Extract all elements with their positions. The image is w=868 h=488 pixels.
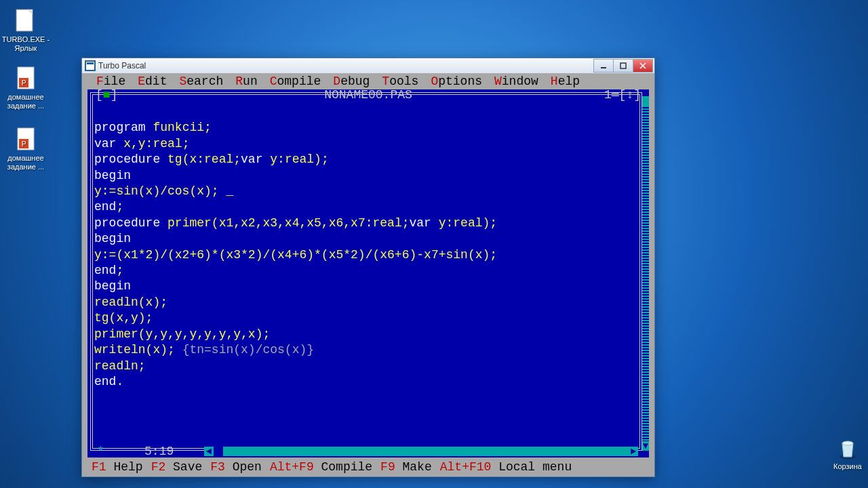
svg-rect-0: [16, 9, 33, 31]
menu-options[interactable]: Options: [425, 75, 488, 88]
menu-help[interactable]: Help: [545, 75, 586, 88]
desktop-icon-label: домашнее задание ...: [0, 93, 52, 110]
recycle-bin[interactable]: Корзина: [827, 434, 868, 470]
svg-point-9: [842, 441, 853, 445]
desktop-icon-label: домашнее задание ...: [0, 154, 52, 171]
hscroll-track[interactable]: [214, 447, 629, 456]
scroll-track[interactable]: [642, 106, 649, 441]
svg-rect-12: [87, 62, 94, 64]
scroll-thumb[interactable]: [642, 96, 649, 106]
scroll-left-icon[interactable]: ◄: [204, 447, 214, 456]
menu-window[interactable]: Window: [488, 75, 545, 88]
editor-filename: NONAME00.PAS: [87, 87, 649, 103]
menu-compile[interactable]: Compile: [264, 75, 328, 88]
hint-compile[interactable]: Alt+F9 Compile: [270, 460, 372, 474]
menu-tools[interactable]: Tools: [376, 75, 425, 88]
frame-zoom-button[interactable]: 1═[↕]: [604, 87, 641, 103]
svg-rect-14: [620, 63, 626, 68]
hint-make[interactable]: F9 Make: [380, 460, 432, 474]
svg-text:P: P: [22, 79, 26, 87]
svg-text:P: P: [22, 140, 26, 148]
editor-frame: [■] NONAME00.PAS 1═[↕] program funkcii; …: [87, 89, 649, 458]
hint-open[interactable]: F3 Open: [210, 460, 262, 474]
recycle-label: Корзина: [833, 462, 862, 470]
close-button[interactable]: [633, 59, 653, 73]
menu-edit[interactable]: Edit: [132, 75, 173, 88]
minimize-button[interactable]: [593, 59, 614, 73]
recycle-icon: [827, 434, 868, 462]
desktop-icon-file2[interactable]: P домашнее задание ...: [0, 125, 52, 171]
maximize-button[interactable]: [614, 59, 633, 73]
window: Turbo Pascal File Edit Search Run Compil…: [81, 58, 655, 477]
exe-icon: [12, 7, 39, 34]
scroll-right-icon[interactable]: ►: [629, 447, 638, 456]
window-controls: [593, 59, 653, 73]
desktop-icon-turbo[interactable]: TURBO.EXE - Ярлык: [0, 7, 52, 53]
turbo-pascal-area: File Edit Search Run Compile Debug Tools…: [82, 73, 654, 476]
menu-file[interactable]: File: [90, 75, 132, 88]
cursor-position: 5:19: [144, 444, 174, 460]
scroll-down-icon[interactable]: ▼: [642, 441, 649, 451]
menu-run[interactable]: Run: [229, 75, 263, 88]
modified-marker: *: [97, 444, 104, 460]
code-editor[interactable]: program funkcii; var x,y:real; procedure…: [94, 104, 638, 443]
hint-save[interactable]: F2 Save: [151, 460, 203, 474]
vertical-scrollbar[interactable]: ▲ ▼: [642, 96, 649, 451]
frame-caption: [■] NONAME00.PAS 1═[↕]: [87, 88, 649, 102]
status-bar: F1 Help F2 Save F3 Open Alt+F9 Compile F…: [87, 459, 649, 475]
menu-search[interactable]: Search: [173, 75, 229, 88]
desktop-icon-label: TURBO.EXE - Ярлык: [0, 35, 52, 53]
ppt-icon: P: [12, 64, 39, 92]
app-icon: [85, 60, 96, 71]
title-bar[interactable]: Turbo Pascal: [82, 58, 654, 73]
desktop-icon-file1[interactable]: P домашнее задание ...: [0, 64, 52, 110]
horizontal-scrollbar: * 5:19 ◄ ►: [92, 445, 638, 458]
hscroll-thumb[interactable]: [214, 447, 223, 456]
window-title: Turbo Pascal: [98, 61, 593, 70]
hint-help[interactable]: F1 Help: [92, 460, 143, 474]
hint-local[interactable]: Alt+F10 Local menu: [440, 460, 572, 474]
ppt-icon: P: [12, 125, 39, 152]
menu-debug[interactable]: Debug: [327, 75, 376, 88]
